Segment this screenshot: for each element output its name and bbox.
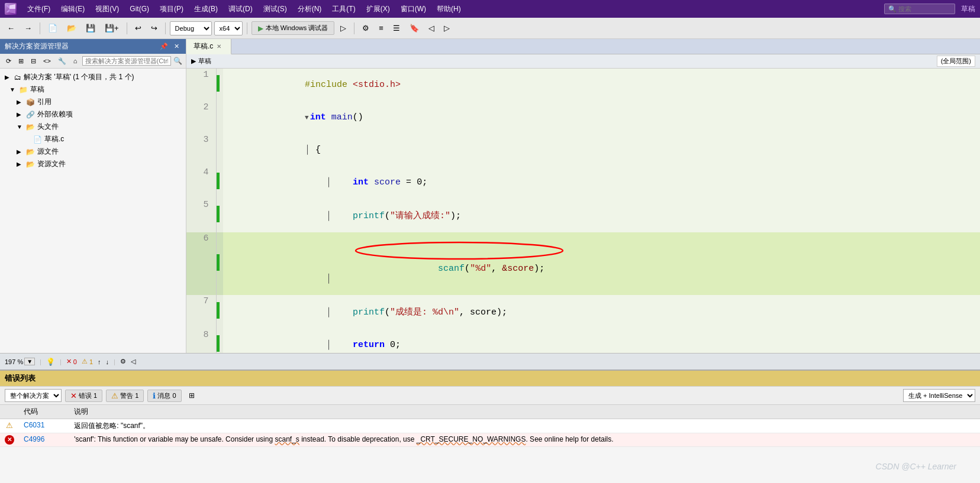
sync-solution-btn[interactable]: ⟳	[4, 57, 14, 66]
menu-test[interactable]: 测试(S)	[259, 2, 292, 17]
code-content-3[interactable]: │ {	[223, 134, 980, 166]
collapse-arrow-2[interactable]: ▼	[305, 114, 309, 121]
toolbar-btn-extra4[interactable]: 🔖	[406, 22, 423, 34]
code-content-6[interactable]: │ scanf("%d", &score);	[223, 232, 980, 295]
error-panel: 错误列表 整个解决方案 ✕ 错误 1 ⚠ 警告 1 ℹ 消息 0 ⊞ 生成 + …	[0, 369, 980, 483]
menu-git[interactable]: Git(G)	[125, 2, 154, 15]
status-warn-badge[interactable]: ⚠ 1	[82, 358, 93, 365]
expand-all-btn[interactable]: ⊞	[16, 57, 26, 66]
tree-project-caogao[interactable]: ▼ 📁 草稿	[0, 83, 186, 96]
tree-file-caogao-c[interactable]: ▶ 📄 草稿.c	[0, 133, 186, 145]
warn-count-btn[interactable]: ⚠ 警告 1	[106, 390, 144, 402]
new-file-btn[interactable]: 📄	[44, 22, 61, 34]
redo-btn[interactable]: ↪	[147, 22, 161, 34]
status-error-badge[interactable]: ✕ 0	[66, 358, 77, 365]
breadcrumb-file[interactable]: 草稿	[198, 57, 211, 66]
row2-description: 'scanf': This function or variable may b…	[69, 433, 980, 447]
tree-resource-files[interactable]: ▶ 📂 资源文件	[0, 158, 186, 170]
tree-external-deps[interactable]: ▶ 🔗 外部依赖项	[0, 108, 186, 121]
nav-down-btn[interactable]: ↓	[106, 358, 109, 365]
menu-debug[interactable]: 调试(D)	[224, 2, 257, 17]
error-count-btn[interactable]: ✕ 错误 1	[65, 390, 102, 402]
tree-header-files[interactable]: ▼ 📂 头文件	[0, 121, 186, 133]
menu-tools[interactable]: 工具(T)	[327, 2, 360, 17]
watermark: CSDN @C++ Learner	[876, 462, 956, 471]
error-scope-select[interactable]: 整个解决方案	[5, 389, 62, 402]
platform-select[interactable]: x64 x86	[214, 21, 243, 35]
menu-project[interactable]: 项目(P)	[155, 2, 188, 17]
code-content-1[interactable]: #include <stdio.h>	[223, 69, 980, 101]
toolbar-btn-extra3[interactable]: ☰	[389, 22, 404, 34]
tree-references[interactable]: ▶ 📦 引用	[0, 96, 186, 108]
save-all-btn[interactable]: 💾+	[101, 22, 122, 34]
status-nav-left-btn[interactable]: ◁	[131, 358, 136, 365]
start-without-debug-btn[interactable]: ▷	[337, 22, 350, 34]
menu-extend[interactable]: 扩展(X)	[362, 2, 395, 17]
error-table-container: 代码 说明 ⚠ C6031 返回值被忽略: "scanf"。	[0, 405, 980, 483]
error-icon-btn: ✕	[70, 391, 77, 400]
header-files-arrow: ▼	[17, 124, 24, 130]
menu-view[interactable]: 视图(V)	[91, 2, 124, 17]
code-content-4[interactable]: │ int score = 0;	[223, 166, 980, 199]
menu-file[interactable]: 文件(F)	[22, 2, 55, 17]
zoom-value: 197 %	[5, 358, 23, 365]
collapse-all-btn[interactable]: ⊟	[28, 57, 38, 66]
info-count-btn[interactable]: ℹ 消息 0	[147, 390, 181, 402]
solution-explorer-header-btns: 📌 ✕	[158, 43, 181, 50]
solution-search-input[interactable]	[82, 56, 171, 66]
menu-edit[interactable]: 编辑(E)	[56, 2, 89, 17]
global-search-input[interactable]	[884, 4, 955, 14]
menu-analyze[interactable]: 分析(N)	[293, 2, 327, 17]
error-table-row-2[interactable]: ✕ C4996 'scanf': This function or variab…	[0, 433, 980, 447]
nav-up-btn[interactable]: ↑	[98, 358, 101, 365]
row2-code[interactable]: C4996	[19, 433, 69, 447]
menu-help[interactable]: 帮助(H)	[432, 2, 466, 17]
error-filter-toggle-btn[interactable]: ⊞	[185, 390, 198, 401]
code-content-7[interactable]: │ printf("成绩是: %d\n", score);	[223, 295, 980, 329]
menu-build[interactable]: 生成(B)	[189, 2, 223, 17]
home-btn[interactable]: ⌂	[71, 57, 80, 65]
tree-source-files[interactable]: ▶ 📂 源文件	[0, 145, 186, 158]
line-marker-7	[216, 295, 223, 329]
run-debugger-btn[interactable]: ▶ 本地 Windows 调试器	[252, 21, 335, 35]
editor-tab-caogao-c[interactable]: 草稿.c ✕	[186, 39, 231, 54]
code-content-2[interactable]: ▼int main()	[223, 101, 980, 134]
error-table-row-1[interactable]: ⚠ C6031 返回值被忽略: "scanf"。	[0, 419, 980, 433]
debug-config-select[interactable]: Debug Release	[170, 21, 212, 35]
show-all-files-btn[interactable]: <>	[41, 57, 53, 65]
status-bar: 197 % ▼ | 💡 | ✕ 0 ⚠ 1 ↑ ↓ | ⚙ ◁	[0, 353, 980, 369]
editor-breadcrumb: ▶ 草稿 (全局范围)	[186, 54, 980, 69]
line-marker-3	[216, 134, 223, 166]
zoom-dropdown-btn[interactable]: ▼	[24, 358, 35, 365]
code-editor[interactable]: 1 #include <stdio.h> 2 ▼int main()	[186, 69, 980, 353]
back-btn[interactable]: ←	[4, 22, 18, 34]
editor-tab-close[interactable]: ✕	[217, 43, 221, 50]
editor-tab-bar: 草稿.c ✕	[186, 39, 980, 54]
error-build-select[interactable]: 生成 + IntelliSense	[903, 389, 975, 402]
status-settings-btn[interactable]: ⚙	[120, 358, 126, 365]
external-deps-icon: 🔗	[26, 111, 35, 119]
col-desc[interactable]: 说明	[69, 405, 980, 419]
tree-solution-root[interactable]: ▶ 🗂 解决方案 '草稿' (1 个项目，共 1 个)	[0, 71, 186, 83]
pin-btn[interactable]: 📌	[158, 43, 170, 50]
toolbar-btn-extra6[interactable]: ▷	[440, 22, 453, 34]
save-btn[interactable]: 💾	[82, 22, 99, 34]
menu-window[interactable]: 窗口(W)	[396, 2, 431, 17]
toolbar-btn-extra5[interactable]: ◁	[425, 22, 438, 34]
zoom-control[interactable]: 197 % ▼	[5, 358, 35, 365]
undo-btn[interactable]: ↩	[131, 22, 145, 34]
row2-desc-text: 'scanf': This function or variable may b…	[74, 435, 613, 443]
open-btn[interactable]: 📂	[63, 22, 80, 34]
code-content-8[interactable]: │ return 0;	[223, 329, 980, 353]
row1-code[interactable]: C6031	[19, 419, 69, 433]
code-content-5[interactable]: │ printf("请输入成绩:");	[223, 199, 980, 232]
scope-label[interactable]: (全局范围)	[937, 56, 975, 67]
toolbar-btn-extra1[interactable]: ⚙	[359, 22, 373, 34]
toolbar-btn-extra2[interactable]: ≡	[375, 22, 387, 34]
close-sidebar-btn[interactable]: ✕	[172, 43, 181, 50]
forward-btn[interactable]: →	[21, 22, 36, 34]
line-marker-4	[216, 166, 223, 199]
properties-btn[interactable]: 🔧	[56, 57, 69, 66]
col-code[interactable]: 代码	[19, 405, 69, 419]
row2-error-circle: ✕	[5, 435, 14, 445]
